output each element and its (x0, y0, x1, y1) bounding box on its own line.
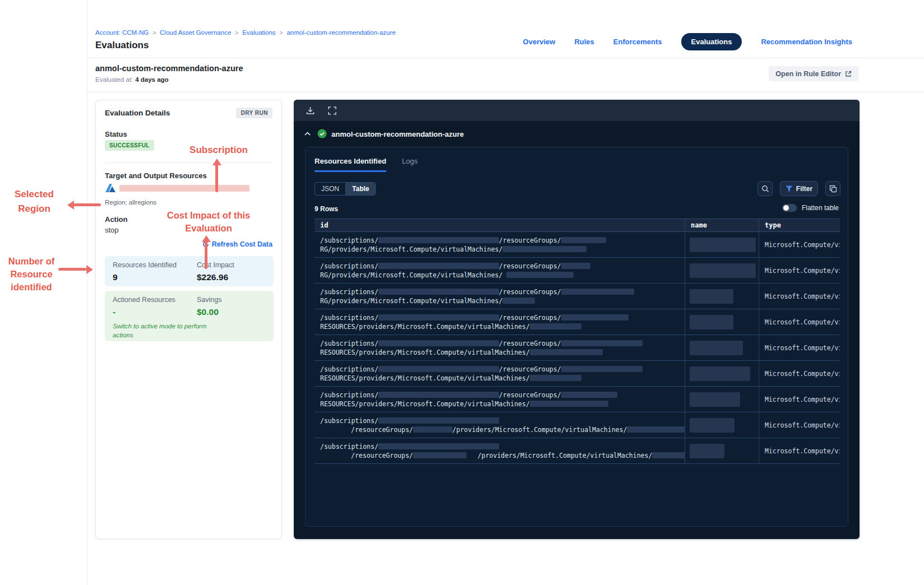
cell-id: /subscriptions//resourceGroups/RG/provid… (315, 284, 685, 309)
toggle-knob (783, 205, 789, 211)
tab-resources-identified[interactable]: Resources Identified (315, 157, 386, 172)
open-rule-editor-button[interactable]: Open in Rule Editor (769, 66, 858, 81)
redacted-text (413, 452, 466, 458)
cell-name (685, 309, 759, 335)
actioned-resources-label: Actioned Resources (113, 296, 197, 304)
filter-label: Filter (796, 185, 812, 193)
region-value: Region: allregions (105, 199, 156, 206)
redacted-text (378, 366, 499, 372)
funnel-icon (786, 185, 793, 192)
table-row[interactable]: /subscriptions//resourceGroups/RESOURCES… (315, 387, 840, 412)
view-option-json[interactable]: JSON (315, 183, 345, 195)
results-toolbar (294, 100, 860, 121)
open-rule-editor-label: Open in Rule Editor (775, 70, 841, 78)
search-icon (761, 185, 769, 193)
card-divider (105, 162, 272, 163)
table-body: /subscriptions//resourceGroups/RG/provid… (315, 232, 840, 464)
cell-id: /subscriptions//resourceGroups//provider… (315, 438, 685, 463)
search-button[interactable] (757, 181, 773, 196)
table-row[interactable]: /subscriptions//resourceGroups/RESOURCES… (315, 309, 840, 335)
flatten-toggle[interactable] (782, 204, 797, 212)
cell-name (685, 387, 759, 412)
redacted-name (690, 392, 740, 407)
download-icon[interactable] (306, 106, 315, 115)
redacted-text (378, 289, 499, 295)
cell-name (685, 335, 759, 360)
breadcrumb-item[interactable]: Account: CCM-NG (95, 29, 149, 36)
filter-button[interactable]: Filter (780, 181, 818, 196)
table-row[interactable]: /subscriptions//resourceGroups/RESOURCES… (315, 335, 840, 361)
column-header-id[interactable]: id (315, 219, 685, 231)
results-section-title[interactable]: anmol-custom-recommendation-azure (331, 130, 464, 138)
breadcrumb-separator: > (235, 30, 238, 36)
breadcrumb-item[interactable]: Cloud Asset Governance (160, 29, 231, 36)
view-toggle: JSONTable (315, 182, 376, 196)
chevron-up-icon[interactable] (304, 131, 311, 136)
nav-tab-enforcements[interactable]: Enforcements (613, 38, 662, 46)
redacted-text (561, 366, 643, 372)
refresh-cost-data-label: Refresh Cost Data (212, 240, 272, 248)
cell-type: Microsoft.Compute/virtu (759, 309, 840, 335)
top-nav-tabs: OverviewRulesEnforcementsEvaluationsReco… (523, 32, 852, 50)
annotation-arrow-shaft (215, 164, 218, 192)
savings-value: $0.00 (197, 307, 221, 317)
active-mode-note: Switch to active mode to perform actions (113, 322, 211, 340)
header-divider (87, 58, 924, 58)
table-row[interactable]: /subscriptions//resourceGroups/RG/provid… (315, 232, 840, 258)
redacted-text (502, 298, 535, 304)
refresh-cost-data-link[interactable]: Refresh Cost Data (202, 240, 272, 248)
external-link-icon (845, 71, 852, 77)
nav-tab-rules[interactable]: Rules (574, 38, 594, 46)
evaluation-details-card: Evaluation Details DRY RUN Status SUCCES… (95, 100, 282, 539)
savings-stats-box: Actioned Resources - Savings $0.00 Switc… (105, 291, 274, 341)
rows-count: 9 Rows (315, 205, 338, 213)
evaluated-at-value: 4 days ago (135, 76, 168, 83)
resources-container: Resources IdentifiedLogs JSONTable Filte… (305, 147, 848, 527)
azure-icon (105, 183, 116, 193)
column-header-type[interactable]: type (759, 219, 840, 231)
redacted-text (530, 401, 608, 407)
table-row[interactable]: /subscriptions//resourceGroups/RESOURCES… (315, 361, 840, 387)
view-option-table[interactable]: Table (345, 183, 375, 195)
table-row[interactable]: /subscriptions//resourceGroups/RG/provid… (315, 284, 840, 309)
cell-id: /subscriptions//resourceGroups/RESOURCES… (315, 387, 685, 412)
resources-identified-value: 9 (113, 272, 197, 282)
evaluated-at-label: Evaluated at: (95, 76, 133, 83)
cell-type: Microsoft.Compute/virtu (759, 284, 840, 309)
nav-tab-overview[interactable]: Overview (523, 38, 556, 46)
table-row[interactable]: /subscriptions//resourceGroups/RG/provid… (315, 258, 840, 284)
sidebar-divider (87, 0, 87, 585)
cell-name (685, 232, 759, 257)
target-subscription-row (105, 183, 250, 193)
cell-name (685, 412, 759, 438)
redacted-name (690, 238, 756, 252)
fullscreen-icon[interactable] (327, 106, 337, 115)
nav-tab-evaluations[interactable]: Evaluations (681, 33, 742, 50)
resources-table: idnametype /subscriptions//resourceGroup… (315, 219, 840, 464)
table-row[interactable]: /subscriptions//resourceGroups//provider… (315, 412, 840, 438)
column-header-name[interactable]: name (685, 219, 759, 231)
redacted-text (530, 323, 581, 329)
cell-id: /subscriptions//resourceGroups/RG/provid… (315, 258, 685, 283)
cell-id: /subscriptions//resourceGroups/RG/provid… (315, 232, 685, 257)
redacted-text (502, 246, 586, 252)
redacted-name (690, 341, 743, 355)
redacted-text (378, 263, 499, 269)
nav-tab-recommendation-insights[interactable]: Recommendation Insights (761, 38, 852, 46)
breadcrumb-item[interactable]: Evaluations (242, 29, 275, 36)
annotation-arrow-shaft (73, 203, 101, 206)
redacted-text (506, 272, 574, 278)
breadcrumb-item[interactable]: anmol-custom-recommendation-azure (287, 29, 395, 36)
results-tabs: Resources IdentifiedLogs (315, 157, 418, 172)
annotation-arrow-shaft (58, 268, 86, 271)
table-row[interactable]: /subscriptions//resourceGroups//provider… (315, 438, 840, 464)
copy-button[interactable] (825, 181, 840, 196)
redacted-text (413, 426, 452, 433)
tab-logs[interactable]: Logs (402, 157, 418, 172)
cell-id: /subscriptions//resourceGroups/RESOURCES… (315, 361, 685, 386)
annotation-arrow-shaft (205, 241, 207, 269)
cell-id: /subscriptions//resourceGroups/RESOURCES… (315, 335, 685, 360)
cell-id: /subscriptions//resourceGroups//provider… (315, 412, 685, 438)
cell-type: Microsoft.Compute/virtu (759, 258, 840, 283)
annotation-resource-count: Number of Resource identified (0, 255, 63, 294)
